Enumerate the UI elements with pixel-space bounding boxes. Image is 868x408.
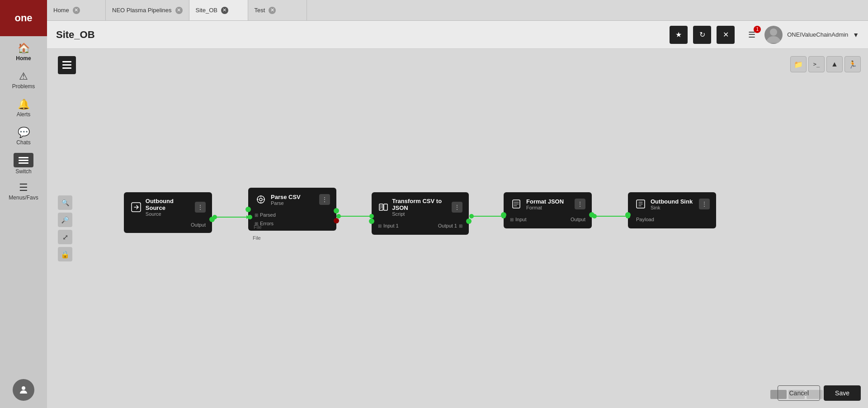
parse-csv-icon [255,193,267,206]
node-subtitle: Parse [271,200,301,206]
output1-port-label: Output 1 [438,223,457,228]
logo-text: one [14,12,32,24]
node-menu-button[interactable]: ⋮ [452,202,462,213]
refresh-button[interactable]: ↻ [693,26,711,44]
tab-neo[interactable]: NEO Plasma Pipelines ✕ [106,0,189,20]
tab-close-neo[interactable]: ✕ [175,7,183,14]
favorite-button[interactable]: ★ [670,26,688,44]
output1-port-row: Output 1 ⊞ [438,222,462,229]
node-subtitle: Format [526,205,564,210]
page-title: Site_OB [56,29,667,41]
svg-point-4 [770,28,777,36]
input-port-label: Input [515,217,526,222]
close-button[interactable]: ✕ [717,26,735,44]
input1-port [369,218,374,224]
sidebar-item-alerts[interactable]: 🔔 Alerts [0,94,47,122]
action-buttons: Cancel Save [778,385,861,401]
sidebar-item-label: Problems [12,83,35,90]
svg-rect-0 [19,157,28,158]
bell-icon: 🔔 [18,99,30,110]
node-title: Format JSON [526,198,564,205]
node-menu-button[interactable]: ⋮ [319,194,330,205]
payload-port-label: Payload [636,217,654,222]
svg-rect-12 [384,204,387,210]
node-subtitle: Script [392,211,448,217]
sidebar-item-label: Home [16,55,31,62]
svg-point-3 [22,386,25,390]
cancel-button[interactable]: Cancel [778,385,820,401]
node-transform-csv-json[interactable]: Transform CSV to JSON Script ⋮ ⊞ Input 1 [372,192,469,235]
node-menu-button[interactable]: ⋮ [699,199,710,209]
notification-badge: 1 [754,26,761,33]
node-title: Outbound Source [146,198,191,211]
input1-port-label: Input 1 [383,223,399,228]
output-port [589,212,594,218]
node-parse-csv[interactable]: Parse CSV Parse ⋮ ⊞ Parsed ⊞ [248,188,336,231]
tab-home[interactable]: Home ✕ [47,0,106,20]
format-json-icon [510,198,523,210]
tab-close-test[interactable]: ✕ [269,7,276,14]
sidebar-item-problems[interactable]: ⚠ Problems [0,66,47,94]
user-dropdown-button[interactable]: ▼ [853,31,859,38]
tab-test[interactable]: Test ✕ [248,0,307,20]
node-title: Transform CSV to JSON [392,198,448,211]
input-port-row: ⊞ Input [510,216,526,223]
sidebar-item-label: Menus/Favs [9,195,38,201]
sidebar-item-label: Switch [15,168,31,175]
user-avatar-header[interactable] [764,26,783,44]
outbound-source-icon [130,201,142,213]
output-port-label: Output [191,222,206,228]
refresh-icon: ↻ [699,30,705,39]
node-title: Outbound Sink [651,198,693,205]
switch-icon [14,153,33,167]
sidebar-item-chats[interactable]: 💬 Chats [0,122,47,150]
node-menu-button[interactable]: ⋮ [575,199,585,209]
home-icon: 🏠 [18,43,30,54]
file-input-port [245,207,251,212]
file-label: File [253,235,261,241]
node-subtitle: Source [146,211,191,217]
output-port-label: Output [571,217,585,222]
input-port [501,212,506,218]
tab-label: Test [255,7,265,14]
svg-rect-2 [19,162,28,164]
node-subtitle: Sink [651,205,693,210]
hamburger-button[interactable]: ☰ 1 [744,27,760,43]
payload-port-row: Payload [634,216,710,223]
main-content: Home ✕ NEO Plasma Pipelines ✕ Site_OB ✕ … [47,0,868,408]
tab-label: Home [53,7,69,14]
warning-icon: ⚠ [19,71,28,82]
node-menu-button[interactable]: ⋮ [195,202,206,213]
close-icon: ✕ [723,30,729,39]
node-format-json[interactable]: Format JSON Format ⋮ ⊞ Input Output [504,192,592,228]
output-port-row: Output [571,216,585,223]
sidebar-item-label: Alerts [17,111,31,118]
tab-label: NEO Plasma Pipelines [112,7,172,14]
username-label: ONEIValueChainAdmin [787,31,848,38]
tab-site-ob[interactable]: Site_OB ✕ [189,0,248,20]
node-outbound-sink[interactable]: Outbound Sink Sink ⋮ Payload [628,192,716,228]
tab-label: Site_OB [196,7,217,14]
menu-icon: ☰ [19,182,28,194]
sidebar-item-switch[interactable]: Switch [0,150,47,177]
save-button[interactable]: Save [824,385,861,401]
node-title: Parse CSV [271,194,301,200]
errors-port-row: ⊞ Errors [255,220,330,227]
app-logo[interactable]: one [0,0,47,36]
output1-port [466,218,472,224]
pipeline-canvas[interactable]: 📁 >_ ▲ 🏃 🔍 🔍 ⤢ 🔒 [47,49,868,408]
user-avatar-sidebar[interactable] [13,379,34,401]
parsed-port-row: ⊞ Parsed [255,211,330,218]
chat-icon: 💬 [18,127,30,138]
output-port [209,217,215,222]
input1-port-row: ⊞ Input 1 [378,222,399,229]
tab-close-site-ob[interactable]: ✕ [221,7,228,14]
sidebar: one 🏠 Home ⚠ Problems 🔔 Alerts 💬 Chats S… [0,0,47,408]
payload-port [625,212,631,218]
tab-close-home[interactable]: ✕ [73,7,80,14]
outbound-sink-icon [634,198,647,210]
sidebar-item-menus[interactable]: ☰ Menus/Favs [0,177,47,205]
node-outbound-source[interactable]: Outbound Source Source ⋮ Output [124,192,212,233]
sidebar-item-home[interactable]: 🏠 Home [0,38,47,66]
svg-point-10 [259,198,262,201]
